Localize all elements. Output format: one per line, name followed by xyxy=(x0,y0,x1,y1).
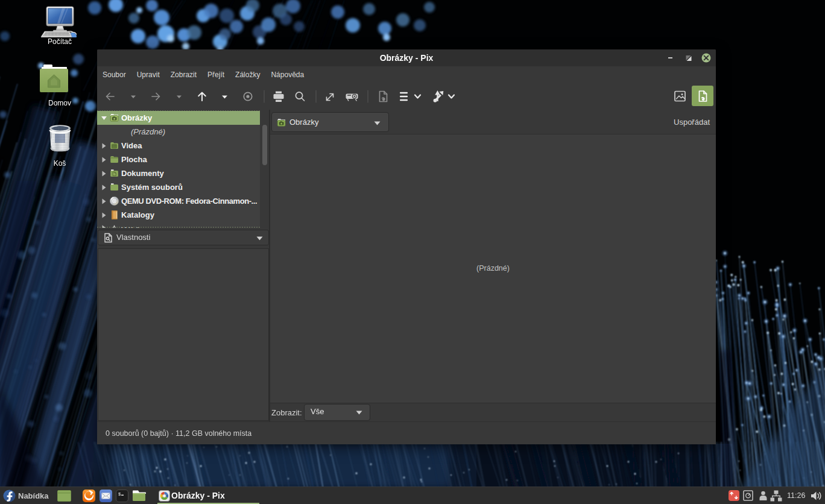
svg-text:$: $ xyxy=(118,492,121,497)
